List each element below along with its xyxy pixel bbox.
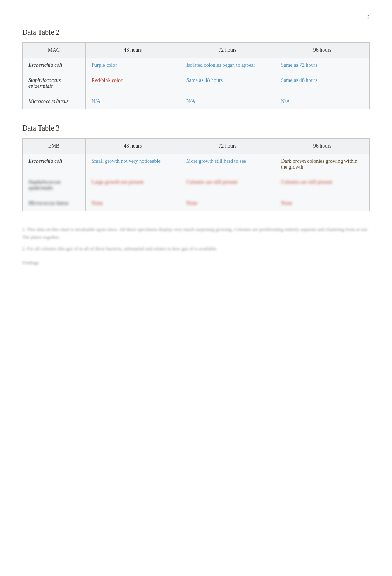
table-row: Staphylococcus epidermidis Red/pink colo… [23, 73, 370, 94]
cell-value: Small growth not very noticeable [92, 158, 161, 164]
table3-header-96h: 96 hours [275, 139, 370, 154]
cell-value: N/A [92, 99, 100, 104]
cell-value: Large growth not present [92, 179, 144, 185]
cell-value: Same as 48 hours [186, 77, 223, 83]
cell-96h: Colonies are still present [275, 175, 370, 196]
cell-value: Same as 72 hours [281, 62, 317, 68]
cell-value: Same as 48 hours [281, 77, 317, 83]
table3-header-72h: 72 hours [180, 139, 275, 154]
table2-header-96h: 96 hours [275, 43, 370, 58]
cell-value: Colonies are still present [186, 179, 238, 185]
table2-title: Data Table 2 [22, 28, 370, 37]
cell-96h: Same as 48 hours [275, 73, 370, 94]
findings-label: Findings [22, 260, 39, 266]
table2-header-mac: MAC [23, 43, 86, 58]
organism-name: Micrococcus luteus [23, 196, 86, 211]
cell-value: None [281, 200, 292, 206]
paragraph-2: 2. For all colonies this gas of in all o… [22, 245, 370, 253]
table3-title: Data Table 3 [22, 124, 370, 132]
table3-header-48h: 48 hours [86, 139, 180, 154]
cell-value: Isolated colonies began to appear [186, 62, 255, 68]
organism-name: Escherichia coli [23, 58, 86, 73]
table3-header-emb: EMB [23, 139, 86, 154]
cell-96h: None [275, 196, 370, 211]
cell-48h: Large growth not present [86, 175, 180, 196]
cell-48h: None [86, 196, 180, 211]
cell-72h: None [180, 196, 275, 211]
cell-72h: More growth still hard to see [180, 154, 275, 175]
cell-value: N/A [186, 99, 195, 104]
cell-value: Red/pink color [92, 77, 123, 83]
organism-name: Escherichia coli [23, 154, 86, 175]
table-row: Escherichia coli Small growth not very n… [23, 154, 370, 175]
cell-value: N/A [281, 99, 290, 104]
table2-header-72h: 72 hours [180, 43, 275, 58]
cell-48h: Red/pink color [86, 73, 180, 94]
cell-48h: Small growth not very noticeable [86, 154, 180, 175]
cell-96h: Same as 72 hours [275, 58, 370, 73]
table-row: Staphylococcus epidermidis Large growth … [23, 175, 370, 196]
cell-72h: Isolated colonies began to appear [180, 58, 275, 73]
table-row: Micrococcus luteus None None None [23, 196, 370, 211]
organism-name: Staphylococcus epidermidis [23, 175, 86, 196]
cell-value: None [186, 200, 197, 206]
paragraph-1: 1. This data on this chart is invaluable… [22, 226, 370, 241]
paragraph-section: 1. This data on this chart is invaluable… [22, 226, 370, 266]
cell-value: None [92, 200, 103, 206]
organism-name: Staphylococcus epidermidis [23, 73, 86, 94]
cell-96h: N/A [275, 94, 370, 109]
cell-72h: N/A [180, 94, 275, 109]
cell-value: Purple color [92, 62, 117, 68]
cell-72h: Same as 48 hours [180, 73, 275, 94]
table2-header-48h: 48 hours [86, 43, 180, 58]
table-row: Micrococcus luteus N/A N/A N/A [23, 94, 370, 109]
data-table-3: EMB 48 hours 72 hours 96 hours Escherich… [22, 138, 370, 211]
cell-48h: N/A [86, 94, 180, 109]
cell-96h: Dark brown colonies growing within the g… [275, 154, 370, 175]
cell-value: Colonies are still present [281, 179, 332, 185]
data-table-2: MAC 48 hours 72 hours 96 hours Escherich… [22, 42, 370, 109]
page-number: 2 [22, 15, 370, 21]
cell-value: Dark brown colonies growing within the g… [281, 158, 357, 170]
organism-name: Micrococcus luteus [23, 94, 86, 109]
cell-72h: Colonies are still present [180, 175, 275, 196]
table-row: Escherichia coli Purple color Isolated c… [23, 58, 370, 73]
cell-value: More growth still hard to see [186, 158, 246, 164]
cell-48h: Purple color [86, 58, 180, 73]
